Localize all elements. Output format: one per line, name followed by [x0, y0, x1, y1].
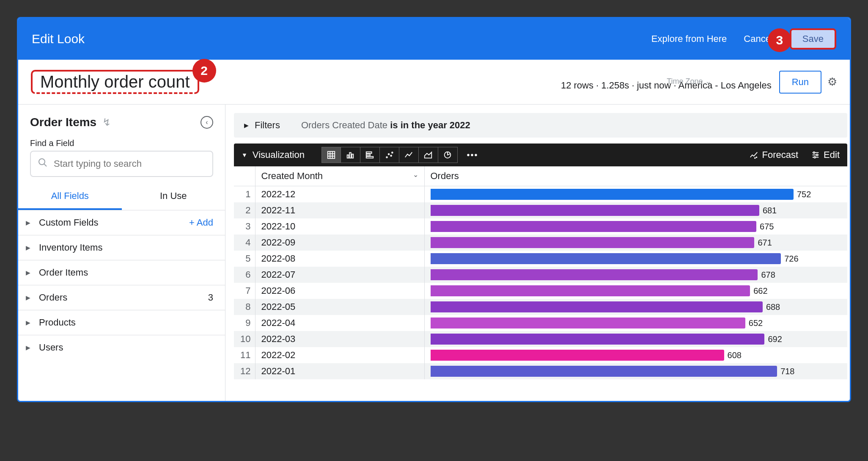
order-bar — [431, 253, 781, 264]
order-value: 726 — [784, 254, 798, 264]
column-chart-icon[interactable] — [341, 147, 360, 163]
cell-orders: 652 — [424, 315, 847, 331]
row-number: 6 — [234, 267, 255, 283]
row-number: 5 — [234, 251, 255, 267]
search-field-box[interactable] — [30, 151, 213, 177]
filters-section[interactable]: ▶ Filters Orders Created Date is in the … — [234, 113, 847, 138]
add-field-button[interactable]: + Add — [189, 217, 213, 228]
cell-month: 2022-05 — [255, 299, 424, 315]
collapse-panel-button[interactable]: ‹ — [201, 116, 213, 129]
field-group[interactable]: ▶ Order Items — [18, 260, 225, 285]
row-number: 3 — [234, 218, 255, 235]
cell-month: 2022-07 — [255, 267, 424, 283]
svg-point-0 — [39, 159, 45, 165]
table-row[interactable]: 1 2022-12 752 — [234, 186, 847, 203]
table-row[interactable]: 7 2022-06 662 — [234, 283, 847, 299]
order-value: 688 — [766, 302, 780, 312]
bar-chart-icon[interactable] — [360, 147, 380, 163]
group-count: 3 — [208, 292, 213, 303]
table-chart-icon[interactable] — [321, 147, 341, 163]
chevron-left-icon: ‹ — [206, 119, 208, 126]
svg-point-14 — [388, 154, 390, 155]
caret-right-icon: ▶ — [26, 319, 30, 326]
top-bar: Edit Look Explore from Here Cancel Save … — [18, 18, 850, 60]
tab-all-fields[interactable]: All Fields — [18, 184, 122, 210]
svg-point-24 — [813, 152, 815, 154]
svg-point-20 — [755, 157, 755, 158]
table-row[interactable]: 12 2022-01 718 — [234, 363, 847, 379]
search-input[interactable] — [54, 158, 206, 169]
look-title-input[interactable]: Monthly order count 2 — [31, 70, 199, 94]
table-row[interactable]: 8 2022-05 688 — [234, 299, 847, 315]
table-row[interactable]: 4 2022-09 671 — [234, 235, 847, 251]
order-value: 671 — [758, 238, 772, 248]
filter-summary: Orders Created Date is in the year 2022 — [301, 120, 470, 131]
cell-orders: 726 — [424, 251, 847, 267]
pie-chart-icon[interactable] — [438, 147, 458, 163]
table-row[interactable]: 2 2022-11 681 — [234, 202, 847, 218]
order-value: 692 — [768, 334, 782, 344]
orders-header[interactable]: Orders — [424, 166, 847, 186]
row-number: 10 — [234, 331, 255, 347]
order-bar — [431, 301, 763, 312]
cell-month: 2022-12 — [255, 186, 424, 203]
cell-orders: 678 — [424, 267, 847, 283]
table-row[interactable]: 3 2022-10 675 — [234, 218, 847, 235]
row-number: 4 — [234, 235, 255, 251]
field-group[interactable]: ▶ Orders 3 — [18, 285, 225, 310]
callout-badge-2: 2 — [192, 59, 216, 83]
order-bar — [431, 221, 757, 232]
table-row[interactable]: 9 2022-04 652 — [234, 315, 847, 331]
order-bar — [431, 350, 724, 361]
order-bar — [431, 285, 750, 296]
explore-from-here-link[interactable]: Explore from Here — [651, 33, 727, 44]
find-field-label: Find a Field — [18, 133, 225, 151]
visualization-label: Visualization — [253, 149, 305, 160]
group-label: Users — [39, 342, 63, 353]
caret-right-icon: ▶ — [26, 244, 30, 251]
filters-label: Filters — [255, 120, 280, 131]
cell-orders: 608 — [424, 347, 847, 363]
table-row[interactable]: 6 2022-07 678 — [234, 267, 847, 283]
timezone-dropdown[interactable]: Time Zone ⌄ — [667, 77, 711, 86]
svg-line-1 — [44, 164, 47, 166]
run-button[interactable]: Run — [779, 71, 821, 94]
svg-point-25 — [816, 154, 818, 156]
results-panel: ▶ Filters Orders Created Date is in the … — [225, 105, 850, 401]
group-label: Products — [39, 317, 76, 328]
row-number: 7 — [234, 283, 255, 299]
created-month-header[interactable]: Created Month ⌄ — [255, 166, 424, 186]
cell-orders: 688 — [424, 299, 847, 315]
field-group[interactable]: ▶ Users — [18, 335, 225, 360]
table-row[interactable]: 5 2022-08 726 — [234, 251, 847, 267]
field-group[interactable]: ▶ Products — [18, 310, 225, 335]
line-chart-icon[interactable] — [399, 147, 419, 163]
field-group[interactable]: ▶ Inventory Items — [18, 235, 225, 260]
area-chart-icon[interactable] — [419, 147, 438, 163]
svg-rect-8 — [350, 153, 352, 158]
table-row[interactable]: 11 2022-02 608 — [234, 347, 847, 363]
field-group[interactable]: ▶ Custom Fields + Add — [18, 210, 225, 235]
tab-in-use[interactable]: In Use — [122, 184, 225, 210]
scatter-chart-icon[interactable] — [380, 147, 399, 163]
more-viz-icon[interactable]: ••• — [463, 147, 482, 163]
order-value: 662 — [753, 286, 767, 296]
caret-right-icon: ▶ — [26, 219, 30, 226]
forecast-button[interactable]: Forecast — [749, 149, 798, 160]
viz-type-picker: ••• — [321, 147, 482, 163]
save-button-label: Save — [802, 33, 824, 44]
cell-orders: 662 — [424, 283, 847, 299]
save-button[interactable]: Save 3 — [790, 28, 836, 50]
look-title-text: Monthly order count — [40, 72, 190, 91]
svg-rect-2 — [328, 152, 335, 159]
svg-rect-9 — [352, 154, 354, 158]
gear-icon[interactable]: ⚙ — [827, 75, 837, 88]
field-tabs: All Fields In Use — [18, 184, 225, 210]
viz-edit-button[interactable]: Edit — [811, 149, 840, 160]
bolt-icon[interactable]: ↯ — [102, 116, 111, 128]
cell-month: 2022-11 — [255, 202, 424, 218]
svg-point-19 — [756, 157, 757, 158]
title-row: Monthly order count 2 Time Zone ⌄ 12 row… — [18, 60, 850, 105]
cell-orders: 752 — [424, 186, 847, 203]
table-row[interactable]: 10 2022-03 692 — [234, 331, 847, 347]
